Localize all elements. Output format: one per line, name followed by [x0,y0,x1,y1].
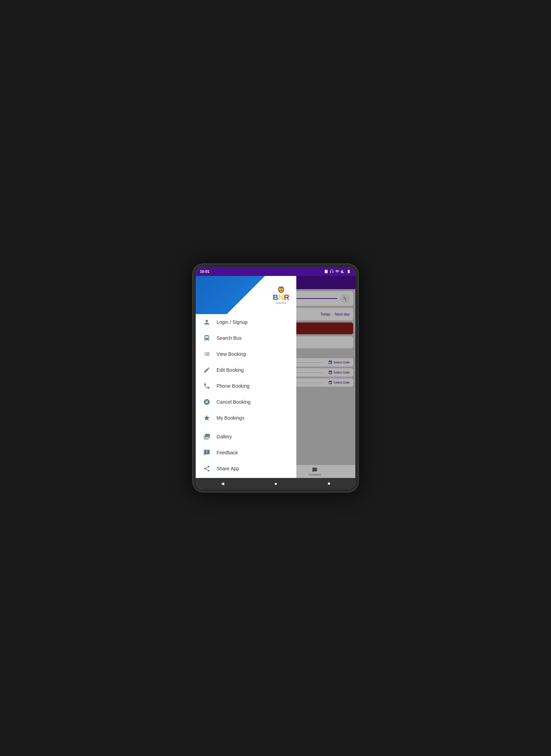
person-icon [203,318,211,326]
menu-login-label: Login / Signup [217,319,248,325]
phone-icon [203,382,211,390]
cancel-icon [203,398,211,406]
menu-edit-booking-label: Edit Booking [217,367,244,373]
menu-contact-us[interactable]: Contact Us [196,477,296,478]
menu-phone-booking[interactable]: Phone Booking [196,378,296,394]
edit-icon [203,366,211,374]
menu-share-app-label: Share App [217,466,239,471]
bnr-logo: BNR [273,293,289,302]
menu-phone-booking-label: Phone Booking [217,383,249,389]
b-letter: B [273,293,278,302]
menu-my-bookings-label: My Bookings [217,415,244,421]
status-bar: 10:01 [196,267,355,276]
menu-login[interactable]: Login / Signup [196,314,296,330]
menu-feedback[interactable]: Feedback [196,445,296,461]
menu-cancel-booking-label: Cancel Booking [217,399,251,405]
bnr-logo-text: BNR [273,294,289,301]
menu-gallery-label: Gallery [217,434,232,439]
menu-search-bus-label: Search Bus [217,335,241,341]
device-frame: 10:01 R Express [192,263,359,493]
menu-view-booking-label: View Booking [217,351,246,357]
menu-feedback-label: Feedback [217,450,238,455]
status-icons [324,269,351,274]
r-letter: R [284,293,289,302]
menu-gallery[interactable]: Gallery [196,429,296,445]
status-time: 10:01 [200,269,210,274]
drawer-header: 🦁 BNR Express [196,276,296,314]
menu-my-bookings[interactable]: My Bookings [196,410,296,426]
screen-content: R Express Toda [196,276,355,478]
menu-edit-booking[interactable]: Edit Booking [196,362,296,378]
menu-share-app[interactable]: Share App [196,461,296,477]
menu-search-bus[interactable]: Search Bus [196,330,296,346]
android-nav-bar: ◀ ● ■ [196,478,355,489]
lion-icon: 🦁 [277,286,285,294]
recent-button[interactable]: ■ [328,481,330,486]
n-letter: N [278,293,284,302]
device-screen: 10:01 R Express [196,267,355,489]
back-button[interactable]: ◀ [221,481,224,486]
gallery-icon [203,432,211,441]
side-drawer: 🦁 BNR Express Login / Signup [196,276,296,478]
menu-view-booking[interactable]: View Booking [196,346,296,362]
express-label: Express [276,301,286,304]
bus-icon [203,334,211,342]
list-icon [203,350,211,358]
share-icon [203,464,211,473]
home-button[interactable]: ● [274,481,277,486]
menu-cancel-booking[interactable]: Cancel Booking [196,394,296,410]
star-icon [203,414,211,422]
feedback-icon [203,448,211,457]
drawer-logo-area: 🦁 BNR Express [273,286,289,304]
